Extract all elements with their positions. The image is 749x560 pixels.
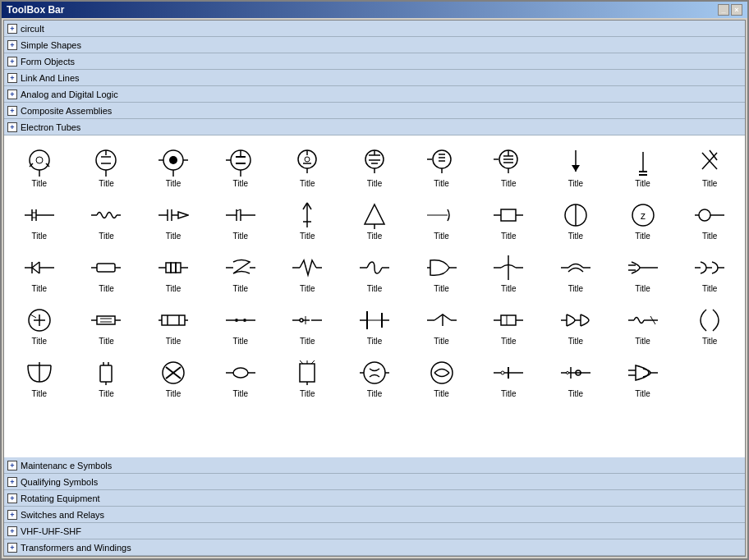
title-bar: ToolBox Bar _ × bbox=[2, 2, 747, 18]
symbol-item[interactable]: Title bbox=[342, 195, 407, 244]
symbol-item[interactable]: Title bbox=[476, 352, 540, 402]
category-label: Qualifying Symbols bbox=[21, 477, 98, 487]
symbol-item[interactable]: Title bbox=[342, 352, 407, 402]
symbol-title: Title bbox=[635, 389, 650, 398]
symbol-graphic bbox=[425, 148, 458, 177]
symbol-item[interactable]: Title bbox=[678, 195, 742, 244]
symbol-item[interactable]: Title bbox=[7, 142, 71, 191]
symbol-title: Title bbox=[501, 337, 517, 346]
svg-point-174 bbox=[233, 368, 248, 378]
symbol-graphic bbox=[23, 200, 56, 230]
symbol-item[interactable]: Title bbox=[410, 300, 474, 349]
symbol-item[interactable]: z Title bbox=[611, 195, 675, 244]
symbol-graphic bbox=[90, 358, 122, 388]
category-analog-digital[interactable]: + Analog and Digital Logic bbox=[4, 86, 745, 103]
category-icon: + bbox=[7, 106, 17, 116]
category-composite[interactable]: + Composite Assemblies bbox=[4, 103, 745, 119]
category-maintenance[interactable]: + Maintenanc e Symbols bbox=[4, 457, 745, 474]
symbol-item[interactable]: Title bbox=[678, 142, 742, 191]
symbol-graphic bbox=[627, 305, 659, 335]
symbol-title: Title bbox=[99, 337, 114, 346]
symbol-item[interactable]: Title bbox=[342, 142, 407, 191]
symbol-graphic bbox=[157, 305, 190, 335]
symbols-area[interactable]: Title Title bbox=[4, 135, 745, 457]
symbol-item[interactable]: Title bbox=[611, 300, 675, 349]
symbol-item[interactable]: Title bbox=[678, 300, 742, 349]
symbol-item[interactable]: Title bbox=[141, 247, 205, 296]
symbol-graphic bbox=[627, 148, 659, 177]
symbol-item[interactable]: Title bbox=[410, 195, 474, 244]
symbol-title: Title bbox=[32, 337, 48, 346]
category-qualifying[interactable]: + Qualifying Symbols bbox=[4, 474, 745, 490]
symbol-title: Title bbox=[568, 232, 584, 241]
category-rotating[interactable]: + Rotating Equipment bbox=[4, 490, 745, 507]
svg-point-136 bbox=[235, 319, 238, 322]
toolbox-window: ToolBox Bar _ × + circult + Simple Shape… bbox=[0, 0, 749, 560]
category-label: circult bbox=[21, 24, 44, 34]
symbol-item[interactable]: Title bbox=[7, 247, 71, 296]
category-simple-shapes[interactable]: + Simple Shapes bbox=[4, 37, 745, 53]
symbol-item[interactable]: Title bbox=[75, 247, 139, 296]
symbol-title: Title bbox=[300, 232, 315, 241]
category-electron-tubes[interactable]: + Electron Tubes bbox=[4, 119, 745, 135]
symbol-item[interactable]: Title bbox=[75, 300, 139, 349]
symbol-item[interactable]: Title bbox=[7, 300, 71, 349]
symbol-item[interactable]: Title bbox=[141, 195, 205, 244]
symbol-item[interactable]: Title bbox=[544, 195, 608, 244]
category-form-objects[interactable]: + Form Objects bbox=[4, 53, 745, 70]
symbol-item[interactable]: Title bbox=[209, 247, 273, 296]
symbol-item[interactable]: Title bbox=[141, 300, 205, 349]
symbol-graphic bbox=[23, 305, 56, 335]
symbol-item[interactable]: Title bbox=[209, 352, 273, 402]
category-transformers[interactable]: + Transformers and Windings bbox=[4, 539, 745, 556]
symbol-title: Title bbox=[434, 232, 449, 241]
category-icon: + bbox=[7, 461, 17, 470]
symbol-item[interactable]: Title bbox=[544, 247, 608, 296]
symbol-item[interactable]: Title bbox=[276, 142, 340, 191]
symbol-item[interactable]: Title bbox=[476, 247, 540, 296]
symbol-item[interactable]: Title bbox=[7, 195, 71, 244]
symbol-item[interactable]: Title bbox=[209, 142, 273, 191]
symbol-item[interactable]: Title bbox=[544, 142, 608, 191]
symbol-item[interactable]: Title bbox=[75, 195, 139, 244]
close-button[interactable]: × bbox=[731, 4, 742, 16]
symbol-item[interactable]: Title bbox=[7, 352, 71, 402]
symbol-title: Title bbox=[501, 179, 517, 188]
symbol-item[interactable]: Title bbox=[141, 142, 205, 191]
symbol-item[interactable]: Title bbox=[75, 352, 139, 402]
symbol-item[interactable]: Title bbox=[544, 300, 608, 349]
symbol-item[interactable]: Title bbox=[209, 300, 273, 349]
category-label: Switches and Relays bbox=[21, 510, 104, 520]
symbol-item[interactable]: Title bbox=[476, 300, 540, 349]
category-vhf[interactable]: + VHF-UHF-SHF bbox=[4, 523, 745, 539]
symbol-item[interactable]: Title bbox=[276, 247, 340, 296]
symbol-graphic bbox=[358, 200, 391, 230]
symbol-item[interactable]: Title bbox=[410, 142, 474, 191]
symbol-item[interactable]: Title bbox=[476, 195, 540, 244]
symbol-item[interactable]: Title bbox=[611, 142, 675, 191]
symbol-item[interactable]: Title bbox=[678, 247, 742, 296]
symbol-item[interactable]: Title bbox=[342, 300, 407, 349]
category-link-lines[interactable]: + Link And Lines bbox=[4, 70, 745, 86]
symbol-item[interactable]: Title bbox=[75, 142, 139, 191]
symbol-title: Title bbox=[367, 284, 383, 293]
minimize-button[interactable]: _ bbox=[718, 4, 729, 16]
symbol-graphic bbox=[224, 200, 257, 230]
symbol-item[interactable]: Title bbox=[544, 352, 608, 402]
svg-marker-176 bbox=[300, 364, 315, 382]
symbol-item[interactable]: Title bbox=[209, 195, 273, 244]
symbol-item[interactable]: Title bbox=[141, 352, 205, 402]
symbol-item[interactable]: Title bbox=[276, 352, 340, 402]
symbol-item[interactable]: Title bbox=[276, 195, 340, 244]
symbol-item[interactable]: Title bbox=[342, 247, 407, 296]
category-circuit[interactable]: + circult bbox=[4, 21, 745, 37]
svg-rect-154 bbox=[501, 315, 516, 325]
symbol-item[interactable]: Title bbox=[611, 352, 675, 402]
symbol-title: Title bbox=[702, 337, 718, 346]
symbol-item[interactable]: Title bbox=[611, 247, 675, 296]
symbol-item[interactable]: Title bbox=[276, 300, 340, 349]
symbol-item[interactable]: Title bbox=[410, 352, 474, 402]
symbol-item[interactable]: Title bbox=[476, 142, 540, 191]
category-switches[interactable]: + Switches and Relays bbox=[4, 507, 745, 523]
symbol-item[interactable]: Title bbox=[410, 247, 474, 296]
